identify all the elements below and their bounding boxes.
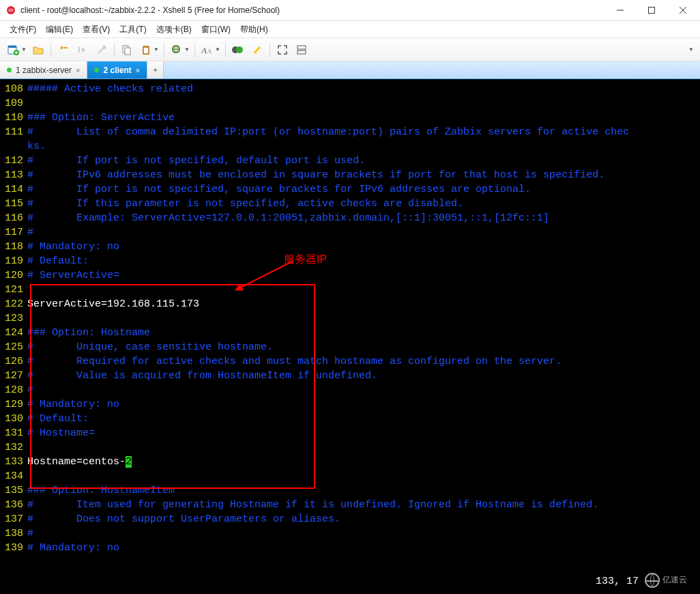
- line-text: # Required for active checks and must ma…: [27, 354, 700, 369]
- line-text: # ServerActive=: [27, 268, 700, 283]
- font-dropdown-icon[interactable]: ▼: [215, 46, 220, 53]
- tab-zabbix-server[interactable]: 1 zabbix-server ×: [0, 61, 87, 79]
- print-button[interactable]: [93, 41, 111, 59]
- menu-view[interactable]: 查看(V): [78, 21, 114, 38]
- svg-rect-25: [297, 51, 306, 54]
- line-text: ks.: [27, 139, 700, 154]
- status-dot-icon: [7, 68, 12, 72]
- svg-point-22: [236, 46, 243, 53]
- disconnect-button[interactable]: [74, 41, 91, 59]
- line-number: 109: [1, 96, 27, 111]
- menu-tools[interactable]: 工具(T): [115, 21, 150, 38]
- plus-icon: +: [153, 66, 158, 75]
- line-text: ### Option: HostnameItem: [27, 483, 700, 498]
- line-text: # Mandatory: no: [27, 397, 700, 412]
- line-text: # Item used for generating Hostname if i…: [27, 498, 700, 512]
- tab-client[interactable]: 2 client ×: [87, 61, 147, 79]
- line-text: ### Option: Hostname: [27, 326, 700, 340]
- separator-icon: [114, 42, 115, 57]
- line-text: # Mandatory: no: [27, 240, 700, 254]
- paste-dropdown-icon[interactable]: ▼: [154, 46, 159, 53]
- line-number: [1, 139, 27, 154]
- menubar: 文件(F) 编辑(E) 查看(V) 工具(T) 选项卡(B) 窗口(W) 帮助(…: [0, 20, 700, 38]
- line-number: 118: [1, 240, 27, 254]
- font-button[interactable]: AA: [199, 41, 216, 59]
- line-text: # Does not support UserParameters or ali…: [27, 512, 700, 526]
- menu-edit[interactable]: 编辑(E): [42, 21, 77, 38]
- svg-text:A: A: [201, 45, 207, 55]
- line-number: 135: [1, 483, 27, 498]
- tabstrip: 1 zabbix-server × 2 client × + ◄ ►: [0, 61, 700, 79]
- line-number: 115: [1, 197, 27, 211]
- line-number: 114: [1, 182, 27, 197]
- separator-icon: [194, 42, 195, 57]
- line-text: # Hostname=: [27, 426, 700, 440]
- globe-icon: [645, 573, 660, 588]
- close-icon[interactable]: ×: [76, 66, 80, 74]
- line-text: #: [27, 225, 700, 240]
- reconnect-button[interactable]: [55, 41, 72, 59]
- cursor-position: 133, 17: [596, 574, 639, 589]
- line-number: 112: [1, 154, 27, 168]
- window-title: client - root@localhost:~/zabbix-2.2.2 -…: [20, 5, 604, 15]
- terminal-area[interactable]: 108##### Active checks related109110### …: [0, 79, 700, 594]
- line-number: 126: [1, 354, 27, 369]
- line-number: 139: [1, 541, 27, 555]
- new-session-dropdown-icon[interactable]: ▼: [21, 46, 27, 53]
- line-text: # List of comma delimited IP:port (or ho…: [27, 125, 700, 139]
- color-scheme-button[interactable]: [229, 41, 247, 59]
- separator-icon: [225, 42, 226, 57]
- svg-rect-2: [649, 7, 655, 13]
- open-session-button[interactable]: [29, 41, 47, 59]
- menu-help[interactable]: 帮助(H): [236, 21, 272, 38]
- titlebar: client - root@localhost:~/zabbix-2.2.2 -…: [0, 0, 700, 20]
- line-number: 120: [1, 268, 27, 283]
- line-text: [27, 283, 700, 297]
- line-number: 129: [1, 397, 27, 412]
- line-number: 131: [1, 426, 27, 440]
- highlight-button[interactable]: [248, 41, 266, 59]
- line-number: 113: [1, 168, 27, 182]
- line-number: 134: [1, 469, 27, 483]
- minimize-button[interactable]: [604, 0, 636, 20]
- svg-rect-6: [8, 46, 16, 48]
- line-number: 132: [1, 440, 27, 455]
- fullscreen-button[interactable]: [274, 41, 291, 59]
- line-text: [27, 96, 700, 111]
- watermark-text: 亿速云: [662, 574, 687, 588]
- line-text: # If port is not specified, square brack…: [27, 182, 700, 197]
- find-button[interactable]: [168, 41, 186, 59]
- find-dropdown-icon[interactable]: ▼: [184, 46, 190, 53]
- terminal-content[interactable]: 108##### Active checks related109110### …: [0, 79, 700, 594]
- svg-rect-13: [125, 48, 130, 55]
- line-number: 116: [1, 211, 27, 225]
- new-session-button[interactable]: [5, 41, 23, 59]
- tab-scroll-arrows[interactable]: ◄ ►: [684, 61, 697, 79]
- tab-label: 2 client: [103, 66, 131, 75]
- paste-button[interactable]: [137, 41, 155, 59]
- copy-button[interactable]: [118, 41, 136, 59]
- close-icon[interactable]: ×: [136, 66, 140, 74]
- menu-window[interactable]: 窗口(W): [197, 21, 235, 38]
- line-text: # Mandatory: no: [27, 541, 700, 555]
- line-number: 124: [1, 326, 27, 340]
- menu-tabs[interactable]: 选项卡(B): [152, 21, 196, 38]
- line-number: 119: [1, 254, 27, 268]
- line-number: 111: [1, 125, 27, 139]
- svg-rect-24: [297, 46, 306, 49]
- line-number: 125: [1, 340, 27, 354]
- svg-rect-11: [78, 47, 80, 53]
- tab-add[interactable]: +: [147, 61, 164, 79]
- toggle-panel-button[interactable]: [293, 41, 310, 59]
- line-text: [27, 469, 700, 483]
- watermark: 亿速云: [637, 571, 695, 590]
- close-button[interactable]: [667, 0, 699, 20]
- line-text: # Example: ServerActive=127.0.0.1:20051,…: [27, 211, 700, 225]
- app-icon: [5, 5, 16, 16]
- line-text: ##### Active checks related: [27, 82, 700, 96]
- line-text: Hostname=centos-2: [27, 455, 700, 469]
- menu-file[interactable]: 文件(F): [5, 21, 40, 38]
- toolbar-overflow-icon[interactable]: ▼: [688, 46, 694, 53]
- line-number: 133: [1, 455, 27, 469]
- maximize-button[interactable]: [636, 0, 667, 20]
